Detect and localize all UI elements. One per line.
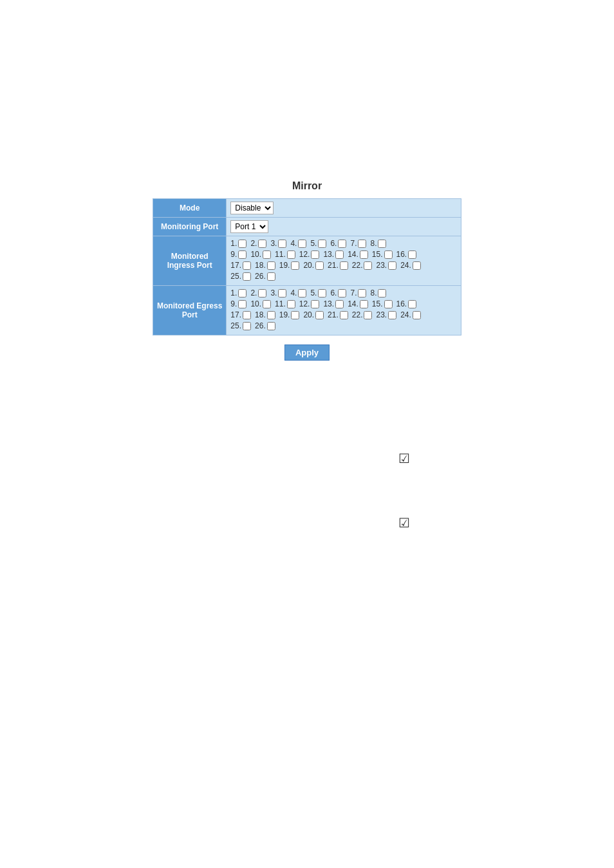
ingress-cb-10[interactable] [263, 250, 271, 259]
ingress-ports-cell: 1. 2. 3. 4. 5. 6. 7. 8. 9. 10. 11. [227, 236, 461, 286]
egress-cb-23[interactable] [388, 311, 396, 319]
egress-cb-5[interactable] [318, 289, 326, 297]
ingress-port-6: 6. [330, 239, 346, 248]
egress-cb-7[interactable] [358, 289, 366, 297]
ingress-cb-15[interactable] [384, 250, 393, 259]
mode-label: Mode [153, 199, 227, 218]
egress-port-1: 1. [230, 288, 247, 297]
ingress-cb-14[interactable] [360, 250, 368, 259]
ingress-cb-9[interactable] [238, 250, 247, 259]
egress-cb-10[interactable] [263, 300, 271, 308]
ingress-port-2: 2. [250, 239, 266, 248]
monitoring-port-row: Monitoring Port Port 1 Port 2 [153, 218, 461, 236]
ingress-cb-19[interactable] [291, 261, 299, 270]
ingress-cb-22[interactable] [364, 261, 372, 270]
egress-cb-26[interactable] [267, 322, 275, 330]
egress-port-26: 26. [255, 321, 275, 330]
egress-cb-22[interactable] [364, 311, 372, 319]
ingress-port-9: 9. [230, 250, 247, 259]
egress-cb-24[interactable] [413, 311, 421, 319]
egress-port-24: 24. [400, 310, 421, 319]
egress-cb-2[interactable] [258, 289, 266, 297]
ingress-port-20: 20. [303, 261, 324, 270]
lower-section: ☑ ☑ [153, 373, 461, 567]
ingress-cb-23[interactable] [388, 261, 396, 270]
egress-cb-16[interactable] [408, 300, 416, 308]
egress-cb-25[interactable] [243, 322, 251, 330]
egress-cb-11[interactable] [287, 300, 295, 308]
ingress-cb-21[interactable] [340, 261, 348, 270]
egress-port-15: 15. [372, 299, 393, 308]
egress-cb-20[interactable] [315, 311, 324, 319]
ingress-cb-3[interactable] [278, 240, 286, 248]
mirror-table: Mode Disable Enable Monitoring Port Port… [153, 198, 461, 335]
ingress-cb-25[interactable] [243, 272, 251, 281]
egress-port-7: 7. [350, 288, 366, 297]
ingress-cb-4[interactable] [298, 240, 306, 248]
ingress-cb-6[interactable] [338, 240, 346, 248]
egress-cb-1[interactable] [238, 289, 247, 297]
ingress-port-26: 26. [255, 272, 275, 281]
ingress-cb-20[interactable] [315, 261, 324, 270]
ingress-port-24: 24. [400, 261, 421, 270]
ingress-cb-1[interactable] [238, 240, 247, 248]
ingress-cb-16[interactable] [408, 250, 416, 259]
ingress-cb-5[interactable] [318, 240, 326, 248]
egress-cb-13[interactable] [335, 300, 344, 308]
page-wrapper: Mirror Mode Disable Enable Monitoring Po… [0, 0, 614, 868]
egress-cb-3[interactable] [278, 289, 286, 297]
egress-port-18: 18. [255, 310, 275, 319]
egress-cb-15[interactable] [384, 300, 393, 308]
ingress-port-7: 7. [350, 239, 366, 248]
egress-port-12: 12. [299, 299, 320, 308]
ingress-cb-2[interactable] [258, 240, 266, 248]
ingress-port-25: 25. [230, 272, 251, 281]
ingress-line-4: 25. 26. [230, 272, 457, 281]
egress-cb-6[interactable] [338, 289, 346, 297]
ingress-cb-18[interactable] [267, 261, 275, 270]
monitoring-port-cell: Port 1 Port 2 [227, 218, 461, 236]
mode-select[interactable]: Disable Enable [230, 202, 274, 214]
egress-port-20: 20. [303, 310, 324, 319]
egress-cb-14[interactable] [360, 300, 368, 308]
egress-port-8: 8. [370, 288, 386, 297]
egress-cb-18[interactable] [267, 311, 275, 319]
mode-row: Mode Disable Enable [153, 199, 461, 218]
ingress-cb-7[interactable] [358, 240, 366, 248]
ingress-cb-17[interactable] [243, 261, 251, 270]
egress-port-5: 5. [310, 288, 326, 297]
ingress-port-16: 16. [396, 250, 417, 259]
egress-port-2: 2. [250, 288, 266, 297]
egress-cb-8[interactable] [378, 289, 386, 297]
egress-label: Monitored EgressPort [153, 286, 227, 335]
ingress-row: MonitoredIngress Port 1. 2. 3. 4. 5. 6. … [153, 236, 461, 286]
ingress-cb-12[interactable] [311, 250, 319, 259]
ingress-cb-13[interactable] [335, 250, 344, 259]
ingress-port-22: 22. [352, 261, 373, 270]
ingress-port-19: 19. [279, 261, 300, 270]
ingress-cb-11[interactable] [287, 250, 295, 259]
egress-cb-19[interactable] [291, 311, 299, 319]
ingress-port-10: 10. [250, 250, 271, 259]
egress-cb-4[interactable] [298, 289, 306, 297]
ingress-cb-8[interactable] [378, 240, 386, 248]
ingress-port-8: 8. [370, 239, 386, 248]
ingress-port-5: 5. [310, 239, 326, 248]
egress-port-23: 23. [376, 310, 396, 319]
egress-port-10: 10. [250, 299, 271, 308]
egress-cb-17[interactable] [243, 311, 251, 319]
ingress-port-21: 21. [328, 261, 348, 270]
checkmark-icon-1: ☑ [398, 451, 410, 466]
egress-port-22: 22. [352, 310, 373, 319]
egress-cb-12[interactable] [311, 300, 319, 308]
ingress-line-3: 17. 18. 19. 20. 21. 22. 23. 24. [230, 261, 457, 270]
ingress-cb-24[interactable] [413, 261, 421, 270]
mode-cell: Disable Enable [227, 199, 461, 218]
egress-port-4: 4. [290, 288, 306, 297]
monitoring-port-select[interactable]: Port 1 Port 2 [230, 220, 268, 233]
egress-port-13: 13. [323, 299, 344, 308]
egress-cb-21[interactable] [340, 311, 348, 319]
egress-cb-9[interactable] [238, 300, 247, 308]
apply-button[interactable]: Apply [284, 344, 330, 361]
ingress-cb-26[interactable] [267, 272, 275, 281]
